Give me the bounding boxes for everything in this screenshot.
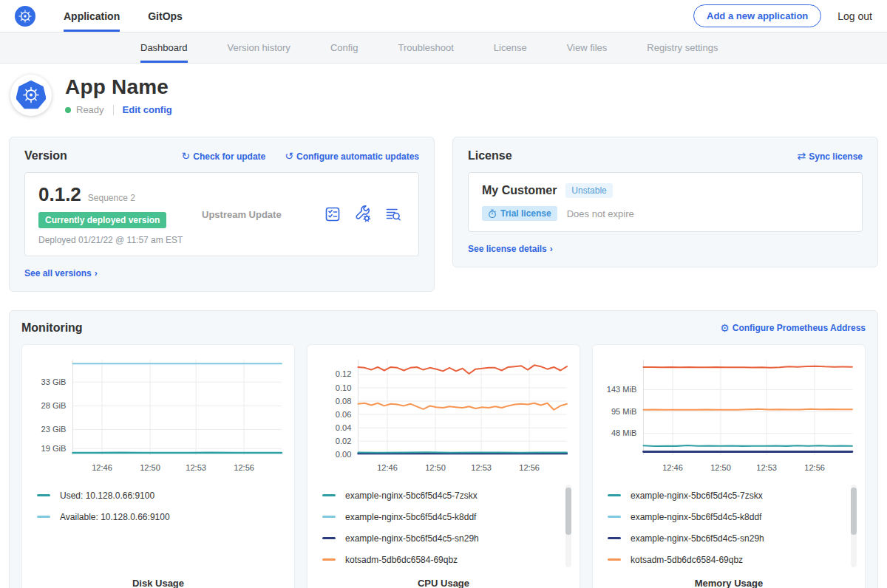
page-title: App Name [65, 75, 172, 99]
version-card: Version ↻Check for update ↺Configure aut… [9, 137, 435, 292]
preflight-checks-icon[interactable] [324, 205, 341, 223]
sync-license-link[interactable]: ⇄Sync license [798, 150, 863, 162]
legend-label: example-nginx-5bc6f5d4c5-k8ddf [631, 512, 761, 522]
sync-arrows-icon: ⇄ [798, 150, 806, 162]
svg-text:23 GiB: 23 GiB [41, 425, 67, 434]
legend-swatch-icon [608, 558, 621, 561]
legend-item: Available: 10.128.0.66:9100 [37, 506, 287, 527]
legend-swatch-icon [322, 516, 336, 518]
memory-usage-chart: 143 MiB95 MiB48 MiB12:4612:5012:5312:56 [600, 354, 857, 479]
configure-auto-updates-link[interactable]: ↺Configure automatic updates [285, 150, 419, 162]
legend-scrollbar[interactable] [565, 485, 571, 567]
clock-refresh-icon: ↺ [285, 150, 293, 162]
legend-item: example-nginx-5bc6f5d4c5-sn29h [322, 527, 572, 549]
svg-text:0.06: 0.06 [336, 410, 352, 419]
svg-text:12:56: 12:56 [804, 463, 825, 472]
svg-text:12:53: 12:53 [756, 463, 777, 472]
legend-swatch-icon [322, 537, 336, 539]
disk-usage-legend: Used: 10.128.0.66:9100Available: 10.128.… [30, 483, 287, 576]
status-dot-icon [65, 107, 71, 113]
legend-label: example-nginx-5bc6f5d4c5-7zskx [631, 490, 763, 501]
svg-text:0.04: 0.04 [336, 423, 352, 432]
svg-text:12:46: 12:46 [662, 463, 683, 472]
tab-gitops[interactable]: GitOps [148, 0, 183, 32]
svg-text:0.02: 0.02 [336, 437, 352, 445]
cpu-usage-chart: 0.120.100.080.060.040.020.0012:4612:5012… [315, 354, 572, 479]
legend-label: example-nginx-5bc6f5d4c5-sn29h [345, 533, 479, 544]
svg-text:0.00: 0.00 [336, 450, 352, 459]
svg-text:12:46: 12:46 [377, 463, 398, 472]
gear-icon: ⚙ [720, 322, 730, 334]
tab-dashboard[interactable]: Dashboard [140, 33, 188, 63]
tab-license[interactable]: License [494, 33, 527, 63]
legend-swatch-icon [322, 494, 336, 496]
legend-label: example-nginx-5bc6f5d4c5-sn29h [631, 533, 764, 544]
configure-wrench-icon[interactable] [354, 205, 372, 223]
svg-text:12:50: 12:50 [425, 463, 446, 472]
edit-config-link[interactable]: Edit config [123, 104, 172, 115]
memory-usage-chart-card: 143 MiB95 MiB48 MiB12:4612:5012:5312:56 … [592, 344, 866, 588]
svg-text:12:53: 12:53 [471, 463, 492, 472]
chart-title: Memory Usage [600, 578, 857, 588]
app-header: App Name Ready Edit config [0, 64, 887, 129]
check-for-update-link[interactable]: ↻Check for update [182, 150, 266, 162]
cpu-usage-chart-card: 0.120.100.080.060.040.020.0012:4612:5012… [307, 344, 580, 588]
sequence-label: Sequence 2 [88, 193, 135, 203]
legend-swatch-icon [37, 494, 50, 496]
kubernetes-logo-icon [15, 6, 35, 27]
svg-text:0.10: 0.10 [336, 383, 352, 392]
configure-prometheus-link[interactable]: ⚙Configure Prometheus Address [720, 322, 866, 334]
legend-item: example-nginx-5bc6f5d4c5-sn29h [608, 527, 857, 549]
chart-title: Disk Usage [30, 578, 287, 588]
legend-item: kotsadm-5db6dc6584-69qbz [322, 549, 572, 570]
app-logo-icon [10, 75, 52, 116]
see-license-details-link[interactable]: See license details› [468, 244, 553, 254]
logout-button[interactable]: Log out [837, 10, 872, 22]
tab-config[interactable]: Config [330, 33, 358, 63]
divider [113, 105, 114, 115]
svg-text:12:53: 12:53 [186, 463, 206, 472]
see-all-versions-link[interactable]: See all versions› [24, 268, 98, 278]
svg-text:12:46: 12:46 [92, 463, 112, 472]
svg-text:95 MiB: 95 MiB [611, 407, 636, 416]
app-sub-nav: Dashboard Version history Config Trouble… [0, 33, 887, 64]
legend-item: kotsadm-5db6dc6584-69qbz [608, 549, 857, 570]
legend-item: example-nginx-5bc6f5d4c5-7zskx [322, 485, 572, 506]
chart-title: CPU Usage [315, 578, 572, 588]
memory-usage-legend: example-nginx-5bc6f5d4c5-7zskxexample-ng… [600, 483, 857, 576]
legend-label: example-nginx-5bc6f5d4c5-7zskx [345, 490, 478, 501]
monitoring-panel: Monitoring ⚙Configure Prometheus Address… [9, 310, 878, 588]
legend-label: Available: 10.128.0.66:9100 [60, 512, 170, 522]
legend-scrollbar[interactable] [851, 485, 857, 567]
chevron-right-icon: › [95, 268, 98, 278]
add-application-button[interactable]: Add a new application [693, 4, 821, 27]
legend-swatch-icon [608, 516, 621, 518]
top-nav: Application GitOps Add a new application… [0, 0, 887, 33]
disk-usage-chart-card: 33 GiB28 GiB23 GiB19 GiB12:4612:5012:531… [21, 344, 295, 588]
legend-item: example-nginx-5bc6f5d4c5-k8ddf [322, 506, 572, 527]
svg-text:143 MiB: 143 MiB [607, 385, 637, 394]
tab-application[interactable]: Application [64, 0, 120, 32]
tab-view-files[interactable]: View files [567, 33, 608, 63]
monitoring-title: Monitoring [21, 321, 83, 335]
tab-version-history[interactable]: Version history [228, 33, 290, 63]
svg-text:19 GiB: 19 GiB [41, 444, 67, 453]
stopwatch-icon [488, 209, 497, 219]
customer-name: My Customer [482, 184, 557, 197]
version-number: 0.1.2 [38, 183, 81, 206]
tab-troubleshoot[interactable]: Troubleshoot [398, 33, 453, 63]
legend-swatch-icon [37, 516, 50, 518]
svg-text:0.12: 0.12 [336, 369, 352, 378]
svg-text:48 MiB: 48 MiB [611, 428, 636, 437]
status-badge: Ready [76, 104, 104, 115]
currently-deployed-badge: Currently deployed version [38, 212, 166, 228]
view-logs-icon[interactable] [384, 205, 402, 223]
license-expiry: Does not expire [567, 208, 634, 219]
tab-registry-settings[interactable]: Registry settings [647, 33, 718, 63]
chevron-right-icon: › [550, 244, 553, 254]
svg-text:12:56: 12:56 [234, 463, 254, 472]
svg-text:28 GiB: 28 GiB [41, 401, 67, 410]
legend-swatch-icon [608, 537, 621, 539]
legend-item: example-nginx-5bc6f5d4c5-7zskx [608, 485, 857, 506]
legend-item: Used: 10.128.0.66:9100 [37, 485, 287, 506]
